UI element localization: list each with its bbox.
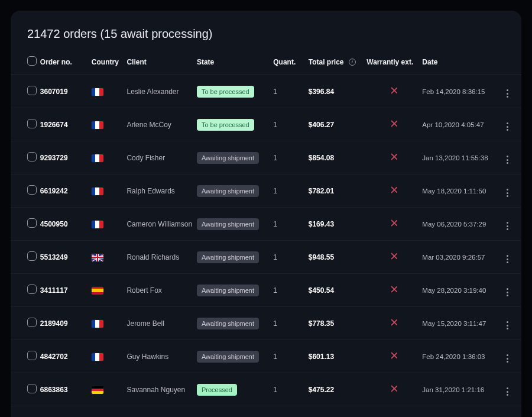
order-no: 6863863	[40, 373, 92, 406]
total-price: $601.13	[309, 340, 367, 373]
more-icon[interactable]	[504, 387, 511, 396]
state-cell: To be processed	[197, 108, 273, 141]
state-cell: Awaiting shipment	[197, 340, 273, 373]
more-icon[interactable]	[504, 221, 511, 231]
client-name: Robert Fox	[126, 274, 196, 307]
more-icon[interactable]	[504, 122, 511, 131]
table-row[interactable]: 1926674Arlene McCoyTo be processed1$406.…	[11, 108, 521, 141]
quantity: 1	[273, 208, 308, 241]
flag-fr-icon	[92, 121, 103, 129]
state-cell: To be processed	[197, 75, 273, 108]
row-checkbox[interactable]	[27, 86, 37, 95]
col-client[interactable]: Client	[126, 50, 196, 75]
country-cell	[92, 208, 127, 241]
col-country[interactable]: Country	[92, 50, 127, 75]
state-cell: Awaiting shipment	[197, 174, 273, 208]
table-row[interactable]: 6619242Ralph EdwardsAwaiting shipment1$7…	[11, 174, 521, 208]
col-total-price[interactable]: Total price	[309, 50, 367, 75]
country-cell	[92, 373, 127, 406]
table-row[interactable]: 3607019Leslie AlexanderTo be processed1$…	[11, 75, 521, 108]
country-cell	[92, 241, 127, 274]
row-checkbox[interactable]	[27, 185, 37, 195]
row-checkbox[interactable]	[27, 152, 37, 161]
country-cell	[92, 340, 127, 373]
x-icon	[391, 186, 398, 193]
client-name: Leslie Alexander	[126, 75, 196, 108]
col-quantity[interactable]: Quant.	[273, 50, 308, 75]
warranty-cell	[366, 208, 422, 241]
state-badge: To be processed	[197, 119, 254, 131]
table-row[interactable]: 4500950Cameron WilliamsonAwaiting shipme…	[11, 208, 521, 241]
flag-fr-icon	[92, 188, 103, 195]
state-badge: Awaiting shipment	[197, 251, 259, 263]
warranty-cell	[366, 108, 422, 141]
col-warranty[interactable]: Warrantly ext.	[366, 50, 422, 75]
total-price: $782.01	[309, 174, 367, 208]
row-checkbox[interactable]	[27, 351, 37, 360]
more-icon[interactable]	[504, 188, 511, 198]
order-no: 1926674	[40, 108, 92, 141]
more-icon[interactable]	[504, 254, 511, 264]
row-checkbox[interactable]	[27, 119, 37, 128]
country-cell	[92, 141, 127, 174]
info-icon[interactable]	[349, 59, 356, 66]
col-total-price-label: Total price	[309, 58, 344, 66]
state-badge: Awaiting shipment	[197, 318, 259, 329]
flag-fr-icon	[92, 154, 103, 162]
table-row[interactable]: 2189409Jerome BellAwaiting shipment1$778…	[11, 307, 521, 340]
table-row[interactable]: 5513249Ronald RichardsAwaiting shipment1…	[11, 241, 521, 274]
table-row[interactable]: 9293729Cody FisherAwaiting shipment1$854…	[11, 141, 521, 174]
country-cell	[92, 174, 127, 208]
select-all-checkbox[interactable]	[27, 56, 37, 66]
flag-fr-icon	[92, 88, 103, 96]
date: Jan 31,2020 1:21:16	[422, 373, 504, 406]
state-badge: Awaiting shipment	[197, 218, 259, 230]
client-name: Cody Fisher	[126, 141, 196, 174]
quantity: 1	[273, 108, 308, 141]
state-cell: Awaiting shipment	[197, 208, 273, 241]
total-price: $948.55	[309, 241, 367, 274]
order-no: 4842702	[40, 340, 92, 373]
table-row[interactable]: 4842702Guy HawkinsAwaiting shipment1$601…	[11, 340, 521, 373]
more-icon[interactable]	[504, 321, 511, 330]
state-cell: Awaiting shipment	[197, 241, 273, 274]
more-icon[interactable]	[504, 89, 511, 98]
order-no: 2189409	[40, 307, 92, 340]
x-icon	[391, 286, 398, 293]
row-checkbox[interactable]	[27, 251, 37, 261]
warranty-cell	[366, 75, 422, 108]
order-no: 6619242	[40, 174, 92, 208]
more-icon[interactable]	[504, 354, 511, 363]
total-price: $854.08	[309, 141, 367, 174]
total-price: $406.27	[309, 108, 367, 141]
quantity: 1	[273, 174, 308, 208]
quantity: 1	[273, 241, 308, 274]
row-checkbox[interactable]	[27, 285, 37, 294]
flag-de-icon	[92, 386, 103, 394]
more-icon[interactable]	[504, 287, 511, 297]
state-badge: Awaiting shipment	[197, 152, 259, 164]
row-checkbox[interactable]	[27, 318, 37, 327]
date: Feb 24,2020 1:36:03	[422, 340, 504, 373]
orders-table: Order no. Country Client State Quant. To…	[11, 50, 521, 406]
col-date[interactable]: Date	[422, 50, 504, 75]
x-icon	[391, 253, 398, 260]
col-state[interactable]: State	[197, 50, 273, 75]
total-price: $396.84	[309, 75, 367, 108]
col-order-no[interactable]: Order no.	[40, 50, 92, 75]
order-no: 5513249	[40, 241, 92, 274]
warranty-cell	[366, 141, 422, 174]
state-cell: Awaiting shipment	[197, 307, 273, 340]
row-checkbox[interactable]	[27, 384, 37, 393]
page-title: 21472 orders (15 await processing)	[11, 27, 521, 50]
flag-es-icon	[92, 287, 103, 295]
warranty-cell	[366, 373, 422, 406]
country-cell	[92, 108, 127, 141]
table-row[interactable]: 6863863Savannah NguyenProcessed1$475.22J…	[11, 373, 521, 406]
row-checkbox[interactable]	[27, 218, 37, 228]
flag-fr-icon	[92, 320, 103, 328]
state-badge: Awaiting shipment	[197, 285, 259, 296]
table-row[interactable]: 3411117Robert FoxAwaiting shipment1$450.…	[11, 274, 521, 307]
more-icon[interactable]	[504, 155, 511, 164]
date: May 15,2020 3:11:47	[422, 307, 504, 340]
